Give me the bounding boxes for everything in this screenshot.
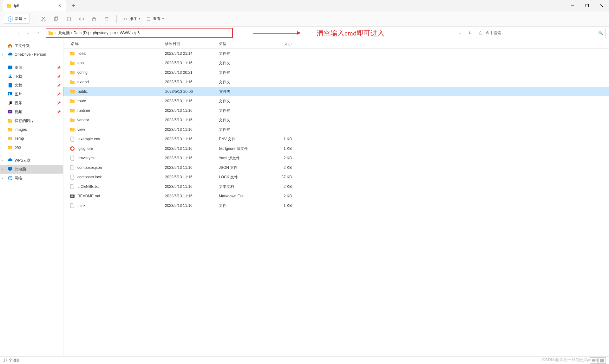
column-size[interactable]: 大小 [266,41,295,47]
file-name: vendor [77,118,89,122]
column-date[interactable]: 修改日期 [165,41,219,47]
pin-icon: 📌 [57,84,61,87]
file-date: 2023/5/13 11:16 [165,108,219,113]
desktop-icon [8,65,13,70]
breadcrumb-item[interactable]: 此电脑 [57,30,71,36]
folder-icon [8,118,13,123]
sidebar-item[interactable]: 音乐📌 [0,99,63,107]
network-icon [8,176,13,181]
file-row[interactable]: .gitignore2023/5/13 11:16Git Ignore 源文件1… [63,144,609,153]
file-date: 2023/5/13 11:16 [165,184,219,189]
file-icon [70,156,75,161]
new-tab-button[interactable]: + [69,1,79,11]
chevron-down-icon: ▾ [162,17,164,20]
sidebar-item[interactable]: Temp [0,134,63,143]
sidebar-item[interactable]: 保存的图片 [0,116,63,125]
sidebar-onedrive[interactable]: › OneDrive - Person [0,50,63,59]
sidebar-item[interactable]: 桌面📌 [0,63,63,72]
breadcrumb-item[interactable]: tp6 [133,30,141,36]
file-row[interactable]: extend2023/5/13 11:16文件夹 [63,77,609,87]
address-dropdown-icon[interactable]: ⌵ [455,29,464,37]
chevron-right-icon[interactable]: › [2,53,3,56]
tab-active[interactable]: tp6 ✕ [3,0,66,11]
view-dropdown[interactable]: 查看 ▾ [144,14,166,23]
folder-icon [70,70,75,75]
address-bar[interactable]: › 此电脑›Data (D:)›phpstudy_pro›WWW›tp6 [46,28,233,38]
delete-icon[interactable] [101,13,113,25]
file-row[interactable]: app2023/5/13 11:16文件夹 [63,58,609,68]
file-size: 2 KB [266,165,295,170]
sidebar-item[interactable]: ›WPS云盘 [0,156,63,165]
file-name: composer.json [77,165,102,170]
file-row[interactable]: think2023/5/13 11:16文件1 KB [63,201,609,210]
file-row[interactable]: LICENSE.txt2023/5/13 11:16文本文档2 KB [63,182,609,191]
sidebar-item[interactable]: ›此电脑 [0,165,63,174]
new-button[interactable]: + 新建 ▾ [4,14,30,24]
sidebar-item[interactable]: 文档📌 [0,81,63,90]
folder-icon [70,61,75,66]
share-icon[interactable] [88,13,100,25]
file-row[interactable]: view2023/5/13 11:16文件夹 [63,125,609,134]
file-row[interactable]: .travis.yml2023/5/13 11:16Yaml 源文件2 KB [63,153,609,163]
sort-dropdown[interactable]: 排序 ▾ [121,14,143,23]
file-name: app [77,61,84,65]
search-input[interactable] [479,31,598,35]
sidebar-item-label: 网络 [15,176,22,181]
minimize-button[interactable] [565,0,580,11]
close-tab-icon[interactable]: ✕ [57,3,62,8]
sidebar-item[interactable]: ›网络 [0,174,63,182]
sidebar-item[interactable]: 视频📌 [0,107,63,116]
file-date: 2023/5/13 11:16 [165,127,219,132]
file-row[interactable]: config2023/5/13 20:21文件夹 [63,68,609,77]
file-row[interactable]: composer.lock2023/5/13 11:16LOCK 文件37 KB [63,172,609,182]
close-window-button[interactable] [594,0,609,11]
separator [34,15,34,23]
chevron-right-icon[interactable]: › [2,168,3,171]
column-type[interactable]: 类型 [219,41,266,47]
breadcrumb-item[interactable]: WWW [118,30,132,36]
paste-icon[interactable] [63,13,75,25]
file-type: 文件 [219,203,266,208]
sidebar-item[interactable]: images [0,125,63,134]
svg-rect-26 [68,17,69,17]
file-row[interactable]: .example.env2023/5/13 11:16ENV 文件1 KB [63,134,609,144]
copy-icon[interactable] [50,13,62,25]
pin-icon: 📌 [57,93,61,96]
chevron-right-icon[interactable]: › [2,176,3,180]
cloud-icon [8,52,13,57]
sidebar-item-label: Temp [15,136,24,141]
cut-icon[interactable] [38,13,49,25]
file-row[interactable]: route2023/5/13 11:16文件夹 [63,96,609,106]
chevron-right-icon[interactable]: › [2,159,3,162]
sidebar-item[interactable]: 图片📌 [0,90,63,99]
maximize-button[interactable] [580,0,594,11]
file-row[interactable]: runtime2023/5/13 11:16文件夹 [63,106,609,115]
file-row[interactable]: .idea2023/5/13 21:14文件夹 [63,49,609,58]
file-row[interactable]: public2023/5/13 20:06文件夹 [63,87,609,96]
column-name[interactable]: 名称˄ [70,41,165,47]
rename-icon[interactable] [76,13,87,25]
folder-icon [70,108,75,113]
sidebar-item[interactable]: 下载📌 [0,72,63,81]
sidebar-home[interactable]: 主文件夹 [0,41,63,50]
file-size: 37 KB [266,175,295,179]
sidebar-item[interactable]: php [0,143,63,152]
breadcrumb-item[interactable]: phpstudy_pro [92,30,117,36]
back-button[interactable]: ← [3,29,12,37]
breadcrumb-item[interactable]: Data (D:) [72,30,90,36]
svg-rect-18 [586,4,589,7]
refresh-button[interactable]: ↻ [466,29,475,37]
file-row[interactable]: composer.json2023/5/13 11:16JSON 文件2 KB [63,163,609,172]
file-date: 2023/5/13 11:16 [165,99,219,103]
file-date: 2023/5/13 11:16 [165,175,219,179]
search-box[interactable]: 🔍 [476,28,606,38]
search-icon[interactable]: 🔍 [598,31,603,35]
file-icon [70,203,75,208]
file-row[interactable]: vendor2023/5/13 11:16文件夹 [63,115,609,125]
up-button[interactable]: ↑ [34,29,43,37]
more-icon[interactable]: ··· [174,13,186,25]
pc-icon [8,167,13,172]
recent-button[interactable]: ⌵ [23,29,32,37]
file-row[interactable]: README.md2023/5/13 11:16Markdown File2 K… [63,191,609,201]
forward-button[interactable]: → [13,29,22,37]
